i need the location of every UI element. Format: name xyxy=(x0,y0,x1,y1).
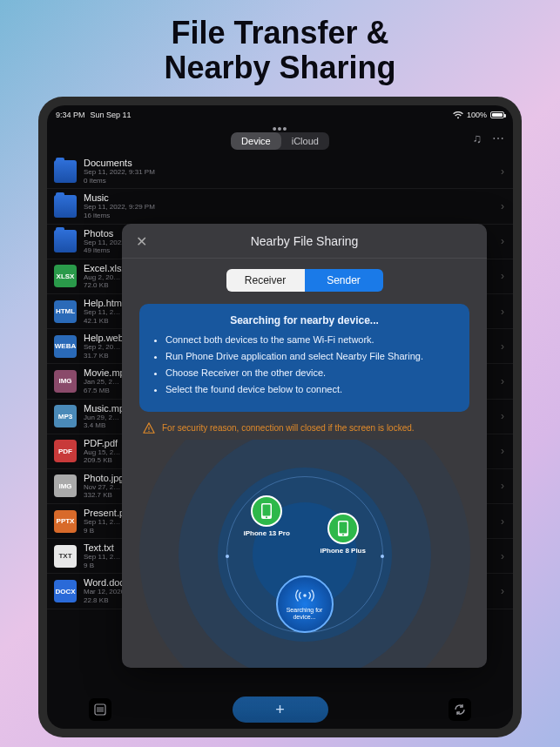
info-title: Searching for nearby device... xyxy=(152,314,457,326)
phone-icon xyxy=(327,513,359,544)
bottom-toolbar: + xyxy=(47,690,513,729)
file-meta: Sep 11, 2022, 9:29 PM 16 items xyxy=(84,203,494,219)
warning-icon xyxy=(143,422,155,434)
warning-text: For security reason, connection will clo… xyxy=(162,422,415,434)
file-type-icon: TXT xyxy=(54,545,77,568)
file-type-icon: DOCX xyxy=(54,580,77,602)
phone-icon xyxy=(251,495,282,527)
found-device-1[interactable]: iPhone 13 Pro xyxy=(244,495,290,537)
folder-icon xyxy=(54,230,77,252)
chevron-right-icon: › xyxy=(501,480,504,492)
chevron-right-icon: › xyxy=(501,515,504,528)
mode-sender[interactable]: Sender xyxy=(305,269,383,292)
folder-icon xyxy=(54,160,77,183)
chevron-right-icon: › xyxy=(501,445,504,457)
status-date: Sun Sep 11 xyxy=(91,111,132,119)
svg-rect-10 xyxy=(339,522,347,534)
chevron-right-icon: › xyxy=(501,375,504,387)
svg-point-11 xyxy=(342,534,344,535)
ipad-frame: 9:34 PM Sun Sep 11 100% ••• Device iClou… xyxy=(38,97,522,737)
svg-rect-7 xyxy=(263,505,271,516)
svg-point-12 xyxy=(303,594,307,597)
file-type-icon: PDF xyxy=(54,440,77,462)
info-box: Searching for nearby device... Connect b… xyxy=(139,304,469,411)
add-button[interactable]: + xyxy=(233,697,328,723)
file-name: Documents xyxy=(84,158,494,168)
music-icon[interactable]: ♫ xyxy=(473,131,482,145)
tips-list: Connect both devices to the same Wi-Fi n… xyxy=(152,333,457,395)
tip-item: Connect both devices to the same Wi-Fi n… xyxy=(165,333,457,347)
nearby-sharing-modal: ✕ Nearby File Sharing Receiver Sender Se… xyxy=(122,224,487,668)
svg-point-5 xyxy=(148,430,149,431)
radar-center: Searching for device... xyxy=(276,575,334,633)
chevron-right-icon: › xyxy=(501,235,504,247)
chevron-right-icon: › xyxy=(501,306,504,318)
modal-header: ✕ Nearby File Sharing xyxy=(122,224,487,259)
tip-item: Select the found device below to connect… xyxy=(165,383,457,396)
tip-item: Run Phone Drive application and select N… xyxy=(165,350,457,363)
mode-receiver[interactable]: Receiver xyxy=(226,269,305,292)
promo-title: File Transfer & Nearby Sharing xyxy=(0,0,560,97)
device-label: iPhone 13 Pro xyxy=(244,529,290,537)
file-row[interactable]: MusicSep 11, 2022, 9:29 PM 16 items› xyxy=(47,189,513,224)
tip-item: Choose Receiver on the other device. xyxy=(165,367,457,380)
mode-segmented[interactable]: Receiver Sender xyxy=(226,269,383,292)
file-type-icon: XLSX xyxy=(54,265,77,287)
file-row[interactable]: DocumentsSep 11, 2022, 9:31 PM 0 items› xyxy=(47,154,513,189)
file-type-icon: IMG xyxy=(54,474,77,497)
radar-area: iPhone 13 Pro iPhone 8 Plus Searching fo… xyxy=(122,440,487,669)
file-type-icon: IMG xyxy=(54,370,77,393)
battery-icon xyxy=(490,111,504,118)
chevron-right-icon: › xyxy=(501,165,504,178)
radar-label: Searching for device... xyxy=(278,607,332,620)
list-mode-button[interactable] xyxy=(89,698,111,721)
close-button[interactable]: ✕ xyxy=(132,232,150,250)
sync-button[interactable] xyxy=(449,698,471,721)
chevron-right-icon: › xyxy=(501,270,504,282)
chevron-right-icon: › xyxy=(501,340,504,353)
chevron-right-icon: › xyxy=(501,200,504,212)
file-name: Music xyxy=(84,192,494,203)
battery-pct: 100% xyxy=(467,111,487,119)
security-warning: For security reason, connection will clo… xyxy=(143,422,466,434)
status-bar: 9:34 PM Sun Sep 11 100% xyxy=(47,105,513,123)
device-label: iPhone 8 Plus xyxy=(320,547,366,555)
more-icon[interactable]: ••• xyxy=(273,122,288,136)
file-type-icon: MP3 xyxy=(54,405,77,427)
chevron-right-icon: › xyxy=(501,550,504,562)
overflow-icon[interactable]: ⋯ xyxy=(492,131,504,145)
folder-icon xyxy=(54,195,77,218)
chevron-right-icon: › xyxy=(501,410,504,422)
modal-title: Nearby File Sharing xyxy=(251,234,359,248)
broadcast-icon xyxy=(295,589,314,606)
status-time: 9:34 PM xyxy=(56,111,85,119)
chevron-right-icon: › xyxy=(501,585,504,597)
tab-icloud[interactable]: iCloud xyxy=(281,132,329,150)
svg-point-8 xyxy=(266,516,267,518)
file-type-icon: PPTX xyxy=(54,510,77,533)
file-meta: Sep 11, 2022, 9:31 PM 0 items xyxy=(84,168,494,185)
file-type-icon: HTML xyxy=(54,300,77,323)
wifi-icon xyxy=(453,111,463,119)
top-toolbar: ••• Device iCloud ♫ ⋯ xyxy=(47,123,513,149)
screen: 9:34 PM Sun Sep 11 100% ••• Device iClou… xyxy=(47,105,513,729)
file-type-icon: WEBA xyxy=(54,335,77,358)
found-device-2[interactable]: iPhone 8 Plus xyxy=(320,513,366,555)
